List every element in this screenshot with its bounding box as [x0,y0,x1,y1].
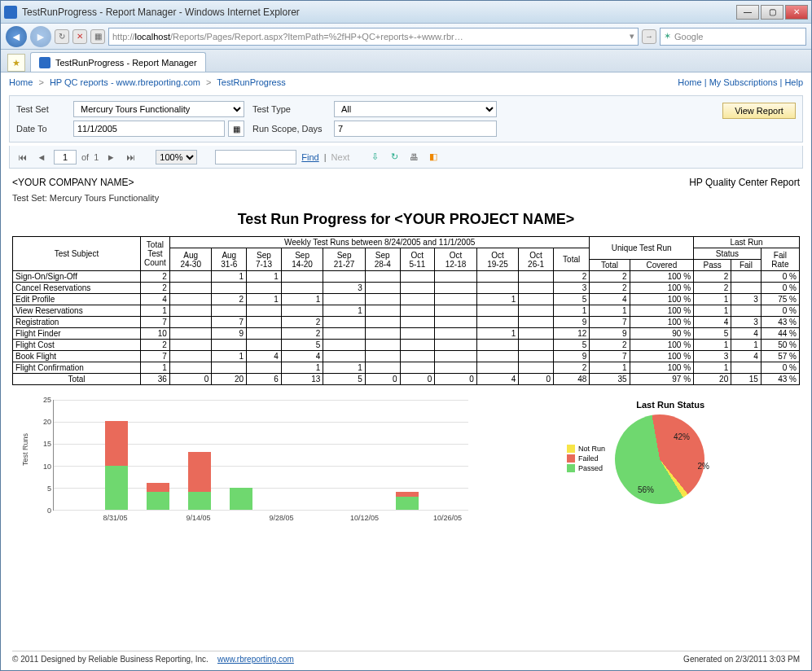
test-set-select[interactable]: Mercury Tours Functionality [73,101,244,117]
view-report-button[interactable]: View Report [722,103,796,119]
table-row: Cancel Reservations2332100 %20 % [13,283,800,294]
test-type-label: Test Type [252,104,326,114]
link-help[interactable]: Help [784,77,803,87]
prev-page-button[interactable]: ◄ [34,150,49,164]
tab-favicon [39,57,50,68]
footer-copyright: © 2011 Designed by Reliable Business Rep… [12,655,208,664]
forward-button[interactable]: ► [30,26,51,47]
data-table: Test SubjectTotalTestCountWeekly Test Ru… [12,236,800,385]
browser-navbar: ◄ ► ↻ ✕ ▦ http://localhost/Reports/Pages… [1,24,811,50]
pie-chart: Last Run Status Not RunFailedPassed 42%5… [493,400,704,504]
bar-chart-ylabel: Test Runs [21,433,29,466]
search-box[interactable]: ✶ Google [660,28,806,46]
page-total: 1 [94,152,99,162]
table-row: Registration77297100 %4343 % [13,317,800,328]
table-total-row: Total36020613500040483597 %201543 % [13,374,800,385]
table-row: Flight Cost2552100 %1150 % [13,340,800,351]
link-subscriptions[interactable]: My Subscriptions [709,77,778,87]
tab-strip: ★ TestRunProgress - Report Manager [1,50,811,72]
print-button[interactable]: 🖶 [406,150,421,164]
ie-favicon [4,6,17,19]
parameters-panel: Test Set Mercury Tours Functionality Tes… [9,95,803,143]
maximize-button[interactable]: ▢ [761,5,783,20]
link-home[interactable]: Home [678,77,701,87]
first-page-button[interactable]: ⏮ [15,150,29,164]
report-title: Test Run Progress for <YOUR PROJECT NAME… [12,211,800,228]
go-button[interactable]: → [642,29,656,44]
find-link[interactable]: Find [301,152,318,162]
report-header-right: HP Quality Center Report [689,177,800,188]
breadcrumb-folder[interactable]: HP QC reports - www.rbreporting.com [50,77,200,87]
window-titlebar: TestRunProgress - Report Manager - Windo… [1,1,811,24]
export-button[interactable]: ⇩ [367,150,382,164]
back-button[interactable]: ◄ [6,26,27,47]
next-page-button[interactable]: ► [103,150,118,164]
calendar-icon[interactable]: ▦ [228,121,244,137]
breadcrumb-home[interactable]: Home [9,77,33,87]
tab-title: TestRunProgress - Report Manager [55,58,197,68]
next-link: Next [331,152,350,162]
url-host: localhost [135,32,170,42]
pie-title: Last Run Status [493,400,704,410]
last-page-button[interactable]: ⏭ [123,150,138,164]
test-set-line: Test Set: Mercury Tours Functionality [12,193,800,203]
google-icon: ✶ [664,31,671,42]
date-to-input[interactable] [73,121,225,137]
legend-item: Passed [567,464,605,472]
bar-chart: Test Runs 0510152025 8/31/059/14/059/28/… [12,400,468,530]
legend-item: Not Run [567,445,605,453]
date-to-label: Date To [16,124,65,134]
legend-item: Failed [567,454,605,463]
test-type-select[interactable]: All [334,101,497,117]
report-footer: © 2011 Designed by Reliable Business Rep… [12,651,800,664]
minimize-button[interactable]: — [736,5,759,20]
breadcrumb-report[interactable]: TestRunProgress [217,77,285,87]
search-placeholder: Google [674,32,703,42]
page-input[interactable] [54,150,77,164]
stop-button[interactable]: ✕ [72,29,87,44]
table-row: View Reservations1111100 %10 % [13,305,800,317]
find-input[interactable] [215,150,296,164]
table-row: Edit Profile4211154100 %1375 % [13,294,800,305]
table-row: Book Flight714497100 %3457 % [13,351,800,362]
table-row: Flight Finder1092112990 %5444 % [13,328,800,340]
zoom-select[interactable]: 100% [156,150,197,164]
page-of: of [81,152,89,162]
feed-button[interactable]: ◧ [426,150,441,164]
test-set-label: Test Set [16,104,65,114]
page-icon: ▦ [90,29,105,44]
url-rest: /Reports/Pages/Report.aspx?ItemPath=%2fH… [170,32,463,42]
run-scope-input[interactable] [334,121,497,137]
run-scope-label: Run Scope, Days [252,124,326,134]
report-body: <YOUR COMPANY NAME> HP Quality Center Re… [1,169,811,538]
company-name: <YOUR COMPANY NAME> [12,177,134,188]
refresh-button[interactable]: ↻ [55,29,69,44]
table-row: Flight Confirmation11121100 %10 % [13,362,800,374]
browser-tab[interactable]: TestRunProgress - Report Manager [30,52,206,72]
close-button[interactable]: ✕ [785,5,808,20]
favorites-button[interactable]: ★ [7,54,25,72]
window-title: TestRunProgress - Report Manager - Windo… [22,7,736,18]
address-bar[interactable]: http://localhost/Reports/Pages/Report.as… [108,28,639,46]
table-row: Sign-On/Sign-Off21122100 %20 % [13,271,800,283]
report-toolbar: ⏮ ◄ of 1 ► ⏭ 100% Find | Next ⇩ ↻ 🖶 ◧ [9,146,803,169]
footer-link[interactable]: www.rbreporting.com [217,655,294,664]
breadcrumb: Home > HP QC reports - www.rbreporting.c… [1,72,811,92]
footer-generated: Generated on 2/3/2011 3:03 PM [683,655,800,664]
refresh-report-button[interactable]: ↻ [387,150,402,164]
url-prefix: http:// [112,32,135,42]
